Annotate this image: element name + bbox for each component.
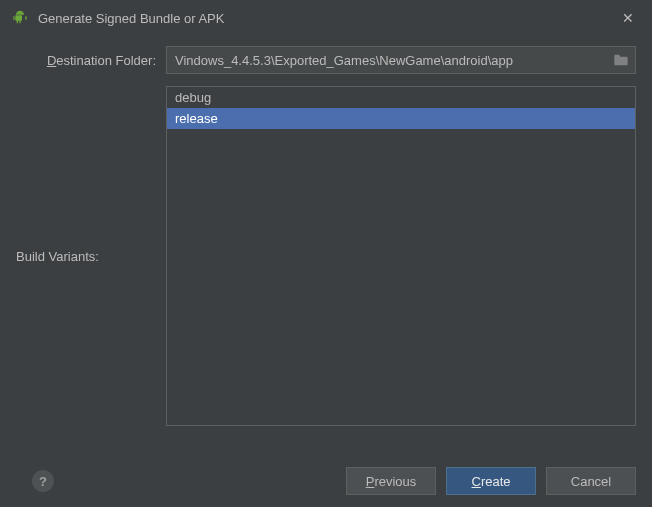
- build-variants-label: Build Variants:: [16, 86, 166, 426]
- previous-button[interactable]: Previous: [346, 467, 436, 495]
- destination-row: Destination Folder:: [16, 46, 636, 74]
- dialog-footer: ? Previous Create Cancel: [0, 455, 652, 507]
- titlebar: Generate Signed Bundle or APK ✕: [0, 0, 652, 36]
- variant-item-debug[interactable]: debug: [167, 87, 635, 108]
- build-variants-list[interactable]: debugrelease: [166, 86, 636, 426]
- destination-input[interactable]: [175, 53, 607, 68]
- android-icon: [12, 10, 28, 26]
- close-icon[interactable]: ✕: [616, 8, 640, 28]
- variant-item-release[interactable]: release: [167, 108, 635, 129]
- destination-label: Destination Folder:: [16, 53, 166, 68]
- build-variants-row: Build Variants: debugrelease: [16, 86, 636, 426]
- destination-field-wrapper: [166, 46, 636, 74]
- cancel-button[interactable]: Cancel: [546, 467, 636, 495]
- window-title: Generate Signed Bundle or APK: [38, 11, 616, 26]
- folder-icon[interactable]: [613, 53, 629, 67]
- create-button[interactable]: Create: [446, 467, 536, 495]
- dialog-content: Destination Folder: Build Variants: debu…: [0, 36, 652, 426]
- help-button[interactable]: ?: [32, 470, 54, 492]
